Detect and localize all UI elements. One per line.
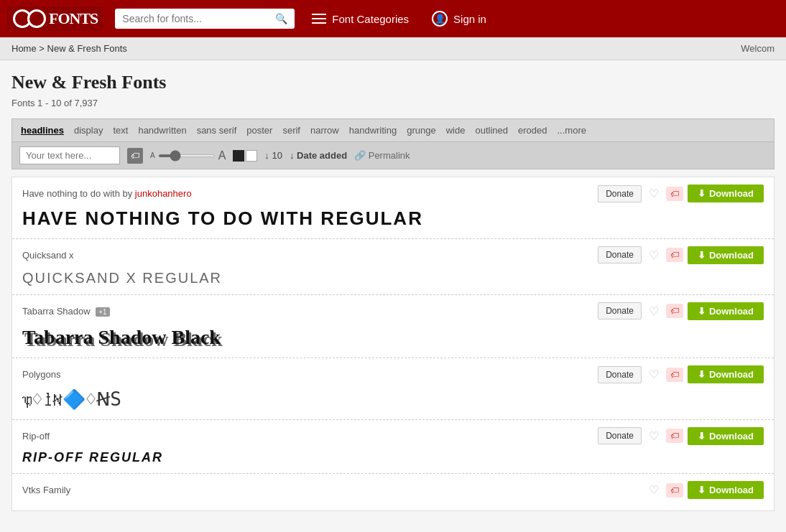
breadcrumb: Home > New & Fresh Fonts Welcom (0, 37, 786, 60)
nav-categories-label: Font Categories (332, 13, 409, 25)
favorite-button[interactable]: ♡ (646, 247, 662, 263)
filter-tag-text[interactable]: text (113, 125, 128, 136)
font-item-header: Vtks Family ♡ 🏷 ⬇ Download (22, 481, 764, 499)
font-list: Have nothing to do with by junkohanhero … (11, 177, 775, 511)
search-button[interactable]: 🔍 (275, 13, 287, 24)
filter-tag-outlined[interactable]: outlined (475, 125, 508, 136)
font-preview: Tabarra Shadow Black (22, 325, 764, 350)
filter-tag-grunge[interactable]: grunge (407, 125, 435, 136)
donate-button[interactable]: Donate (598, 246, 642, 263)
filter-tag-narrow[interactable]: narrow (310, 125, 339, 136)
swatch-black[interactable] (233, 150, 244, 162)
font-actions: Donate ♡ 🏷 ⬇ Download (598, 246, 764, 264)
font-preview: ꝕ♢ꝉꞤ🔷♢ꞤS (22, 388, 764, 412)
logo-text: FONTS (49, 9, 98, 28)
hamburger-icon (312, 14, 326, 24)
donate-button[interactable]: Donate (598, 427, 642, 444)
tag-button[interactable]: 🏷 (666, 483, 683, 498)
filter-tag-eroded[interactable]: eroded (518, 125, 547, 136)
font-item: Polygons Donate ♡ 🏷 ⬇ Download ꝕ♢ꝉꞤ🔷♢ꞤS (12, 358, 774, 420)
download-arrow-icon: ⬇ (698, 250, 706, 261)
filter-tag-handwriting[interactable]: handwriting (349, 125, 397, 136)
donate-button[interactable]: Donate (598, 366, 642, 383)
font-actions: Donate ♡ 🏷 ⬇ Download (598, 302, 764, 320)
font-actions: Donate ♡ 🏷 ⬇ Download (598, 365, 764, 383)
download-button[interactable]: ⬇ Download (688, 185, 764, 202)
search-input[interactable] (122, 13, 269, 24)
font-item-name: Vtks Family (22, 485, 70, 495)
color-swatch[interactable] (233, 150, 257, 162)
nav-signin-label: Sign in (453, 13, 486, 25)
download-button[interactable]: ⬇ Download (688, 481, 764, 499)
font-badge: +1 (96, 307, 109, 317)
logo[interactable]: FONTS (7, 6, 103, 31)
nav-signin[interactable]: 👤 Sign in (426, 11, 492, 27)
favorite-button[interactable]: ♡ (646, 428, 662, 444)
size-slider[interactable] (158, 154, 216, 157)
font-item: Quicksand x Donate ♡ 🏷 ⬇ Download QUICKS… (12, 239, 774, 295)
font-item-name: Tabarra Shadow +1 (22, 306, 110, 317)
favorite-button[interactable]: ♡ (646, 366, 662, 383)
filter-tag-more[interactable]: ...more (557, 125, 586, 136)
nav-categories[interactable]: Font Categories (306, 13, 415, 25)
filter-tag-sans-serif[interactable]: sans serif (197, 125, 237, 136)
font-preview: RIP-OFF REGULAR (22, 449, 764, 466)
favorite-button[interactable]: ♡ (646, 482, 662, 498)
donate-button[interactable]: Donate (598, 185, 642, 202)
permalink[interactable]: 🔗 Permalink (354, 150, 410, 161)
download-button[interactable]: ⬇ Download (688, 246, 764, 264)
filter-tag-handwritten[interactable]: handwritten (138, 125, 186, 136)
tag-button[interactable]: 🏷 (666, 187, 683, 201)
breadcrumb-home[interactable]: Home (11, 43, 37, 54)
font-count: Fonts 1 - 10 of 7,937 (11, 98, 775, 108)
filter-tag-wide[interactable]: wide (446, 125, 466, 136)
font-item-name: Quicksand x (22, 250, 74, 261)
font-actions: ♡ 🏷 ⬇ Download (646, 481, 764, 499)
tag-icon[interactable]: 🏷 (127, 148, 143, 164)
favorite-button[interactable]: ♡ (646, 185, 662, 202)
font-item-header: Rip-off Donate ♡ 🏷 ⬇ Download (22, 427, 764, 445)
swatch-white[interactable] (246, 150, 257, 162)
font-item-header: Polygons Donate ♡ 🏷 ⬇ Download (22, 365, 764, 383)
filter-tag-headlines[interactable]: headlines (21, 125, 64, 136)
size-slider-container: A A (150, 149, 226, 162)
user-icon: 👤 (432, 11, 448, 27)
download-arrow-icon: ⬇ (698, 485, 706, 495)
font-item: Rip-off Donate ♡ 🏷 ⬇ Download RIP-OFF RE… (12, 420, 774, 474)
filter-tag-poster[interactable]: poster (246, 125, 272, 136)
font-actions: Donate ♡ 🏷 ⬇ Download (598, 427, 764, 445)
size-small-label: A (150, 151, 155, 159)
donate-button[interactable]: Donate (598, 302, 642, 319)
favorite-button[interactable]: ♡ (646, 303, 662, 319)
download-button[interactable]: ⬇ Download (688, 427, 764, 445)
tag-button[interactable]: 🏷 (666, 248, 683, 262)
filter-bar: headlines display text handwritten sans … (11, 118, 775, 141)
font-item-header: Have nothing to do with by junkohanhero … (22, 185, 764, 202)
sample-text-input[interactable] (19, 146, 120, 164)
font-item: Vtks Family ♡ 🏷 ⬇ Download (12, 474, 774, 510)
tag-button[interactable]: 🏷 (666, 304, 683, 318)
tag-button[interactable]: 🏷 (666, 368, 683, 382)
font-item: Tabarra Shadow +1 Donate ♡ 🏷 ⬇ Download … (12, 295, 774, 358)
tag-button[interactable]: 🏷 (666, 429, 683, 443)
download-button[interactable]: ⬇ Download (688, 365, 764, 383)
download-arrow-icon: ⬇ (698, 188, 706, 199)
search-box: 🔍 (115, 9, 295, 29)
logo-circles (13, 9, 46, 28)
download-count: ↓ 10 (264, 150, 282, 161)
sort-date-added[interactable]: ↓ Date added (290, 150, 347, 161)
page-title: New & Fresh Fonts (11, 72, 775, 93)
download-button[interactable]: ⬇ Download (688, 302, 764, 320)
size-large-label: A (218, 149, 226, 162)
breadcrumb-sep: > (39, 43, 45, 54)
download-arrow-icon: ⬇ (698, 431, 706, 442)
welcome-text: Welcom (741, 43, 775, 54)
font-item-name: Have nothing to do with by junkohanhero (22, 188, 192, 199)
header: FONTS 🔍 Font Categories 👤 Sign in (0, 0, 786, 37)
font-author-link[interactable]: junkohanhero (135, 188, 192, 199)
filter-tag-display[interactable]: display (74, 125, 103, 136)
toolbar: 🏷 A A ↓ 10 ↓ Date added 🔗 Permalink (11, 141, 775, 169)
filter-tags: headlines display text handwritten sans … (21, 125, 765, 136)
filter-tag-serif[interactable]: serif (282, 125, 300, 136)
logo-circle-right (27, 9, 46, 28)
